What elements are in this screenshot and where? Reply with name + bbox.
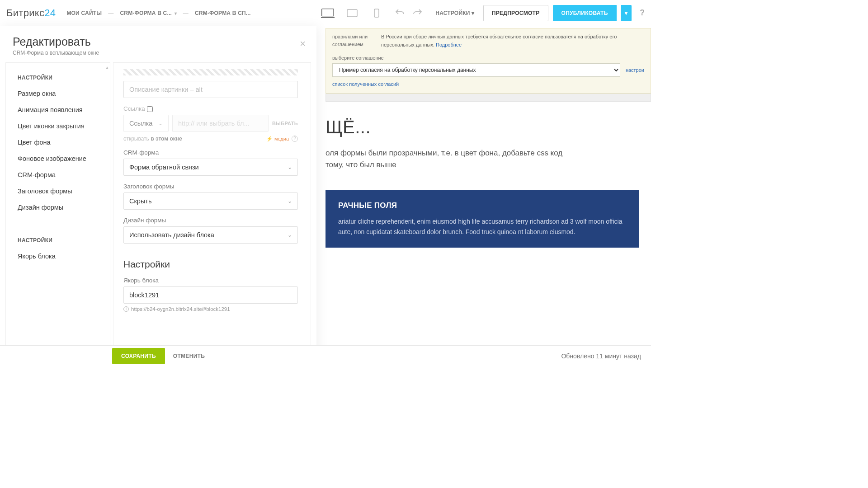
anchor-label: Якорь блока <box>123 277 298 284</box>
preview-paragraph: оля формы были прозрачными, т.е. в цвет … <box>326 147 651 170</box>
crumb-crmform1[interactable]: CRM-ФОРМА В С... ▾ <box>120 10 176 16</box>
anchor-url-hint: ihttps://b24-oygn2n.bitrix24.site/#block… <box>123 306 298 312</box>
breadcrumb: МОИ САЙТЫ — CRM-ФОРМА В С... ▾ — CRM-ФОР… <box>66 10 250 16</box>
panel-subtitle: CRM-Форма в всплывающем окне <box>13 50 302 56</box>
preview-accordion[interactable]: РАЧНЫЕ ПОЛЯ ariatur cliche reprehenderit… <box>326 190 639 248</box>
help-icon[interactable]: ? <box>292 136 298 142</box>
panel-title: Редактировать <box>13 35 302 48</box>
panel-header: Редактировать CRM-Форма в всплывающем ок… <box>0 26 316 62</box>
device-mobile-icon[interactable] <box>369 8 384 19</box>
agreement-more-link[interactable]: Подробнее <box>436 42 462 47</box>
form-title-label: Заголовок формы <box>123 183 298 190</box>
sidemenu-item-bgimage[interactable]: Фоновое изображение <box>6 150 109 167</box>
crumb-sep: — <box>179 10 192 16</box>
agreement-select[interactable]: Пример согласия на обработку персональны… <box>332 63 620 77</box>
history-controls <box>395 8 423 19</box>
preview-extra-box <box>326 94 651 102</box>
device-tablet-icon[interactable] <box>345 8 359 19</box>
alt-input[interactable] <box>123 81 298 98</box>
agreement-config-link[interactable]: настрои <box>626 67 644 73</box>
accordion-title: РАЧНЫЕ ПОЛЯ <box>338 201 627 210</box>
sidemenu-section-title-2: НАСТРОЙКИ <box>6 226 109 248</box>
sidemenu-item-crmform[interactable]: CRM-форма <box>6 167 109 183</box>
sidemenu-item-closecolor[interactable]: Цвет иконки закрытия <box>6 118 109 134</box>
help-icon[interactable]: ? <box>640 8 645 18</box>
chevron-down-icon: ⌄ <box>158 120 163 127</box>
top-actions: НАСТРОЙКИ ▾ ПРЕДПРОСМОТР ОПУБЛИКОВАТЬ ▾ … <box>435 5 645 21</box>
crm-form-select[interactable]: Форма обратной связи⌄ <box>123 159 298 176</box>
edit-panel: Редактировать CRM-Форма в всплывающем ок… <box>0 26 316 366</box>
cancel-button[interactable]: ОТМЕНИТЬ <box>173 353 205 359</box>
preview-heading: ЩЁ... <box>326 117 651 137</box>
link-checkbox[interactable] <box>147 106 153 112</box>
link-label: Ссылка <box>123 105 298 112</box>
crumb-sep: — <box>104 10 117 16</box>
form-title-select[interactable]: Скрыть⌄ <box>123 192 298 210</box>
svg-rect-0 <box>322 9 334 16</box>
form-design-label: Дизайн формы <box>123 217 298 224</box>
chevron-down-icon: ⌄ <box>288 164 292 170</box>
settings-heading: Настройки <box>123 259 298 270</box>
sidemenu-item-animation[interactable]: Анимация появления <box>6 102 109 118</box>
save-button[interactable]: СОХРАНИТЬ <box>112 348 165 364</box>
media-tag[interactable]: ⚡медиа <box>266 136 289 142</box>
preview-button[interactable]: ПРЕДПРОСМОТР <box>483 5 548 21</box>
undo-icon[interactable] <box>395 8 405 19</box>
anchor-input[interactable] <box>123 286 298 304</box>
chevron-down-icon: ⌄ <box>288 232 292 238</box>
svg-rect-2 <box>374 9 379 17</box>
settings-dropdown[interactable]: НАСТРОЙКИ ▾ <box>435 10 474 16</box>
panel-form: Ссылка Ссылка⌄ ВЫБРАТЬ открывать в этом … <box>113 62 311 366</box>
crm-form-label: CRM-форма <box>123 149 298 156</box>
logo[interactable]: Битрикс24 <box>6 7 56 19</box>
updated-label: Обновлено 11 минут назад <box>561 352 641 360</box>
crumb-mysites[interactable]: МОИ САЙТЫ <box>66 10 102 16</box>
accordion-text: ariatur cliche reprehenderit, enim eiusm… <box>338 216 627 237</box>
link-url-input[interactable] <box>172 115 269 132</box>
chevron-down-icon: ⌄ <box>288 198 292 204</box>
agreement-label: правилами или соглашением <box>332 33 373 48</box>
device-desktop-icon[interactable] <box>321 8 335 19</box>
crumb-crmform2[interactable]: CRM-ФОРМА В СП... <box>195 10 250 16</box>
link-type-select[interactable]: Ссылка⌄ <box>123 115 169 132</box>
topbar: Битрикс24 МОИ САЙТЫ — CRM-ФОРМА В С... ▾… <box>0 0 651 26</box>
sidemenu-item-formtitle[interactable]: Заголовок формы <box>6 183 109 199</box>
agreement-list-link[interactable]: список полученных согласий <box>332 81 644 87</box>
agreement-select-label: выберите соглашение <box>332 55 644 61</box>
panel-sidemenu: ▲▼ НАСТРОЙКИ Размер окна Анимация появле… <box>5 62 110 366</box>
publish-button[interactable]: ОПУБЛИКОВАТЬ <box>553 5 617 21</box>
publish-dropdown-button[interactable]: ▾ <box>621 5 632 21</box>
close-icon[interactable]: × <box>300 38 306 50</box>
info-icon: i <box>123 306 129 312</box>
sidemenu-item-formdesign[interactable]: Дизайн формы <box>6 199 109 216</box>
svg-rect-1 <box>347 9 357 17</box>
device-switcher <box>321 8 395 19</box>
sidemenu-item-anchor[interactable]: Якорь блока <box>6 248 109 264</box>
bottom-bar: СОХРАНИТЬ ОТМЕНИТЬ Обновлено 11 минут на… <box>0 345 651 366</box>
sidemenu-item-windowsize[interactable]: Размер окна <box>6 85 109 102</box>
chevron-down-icon: ▾ <box>472 10 474 16</box>
sidemenu-section-title: НАСТРОЙКИ <box>6 64 109 85</box>
agreement-box: правилами или соглашением В России при с… <box>326 28 651 94</box>
agreement-note: В России при сборе личных данных требует… <box>381 33 644 49</box>
sidemenu-item-bgcolor[interactable]: Цвет фона <box>6 134 109 150</box>
redo-icon[interactable] <box>413 8 423 19</box>
choose-button[interactable]: ВЫБРАТЬ <box>272 121 298 126</box>
form-design-select[interactable]: Использовать дизайн блока⌄ <box>123 226 298 244</box>
image-placeholder[interactable] <box>123 69 298 75</box>
